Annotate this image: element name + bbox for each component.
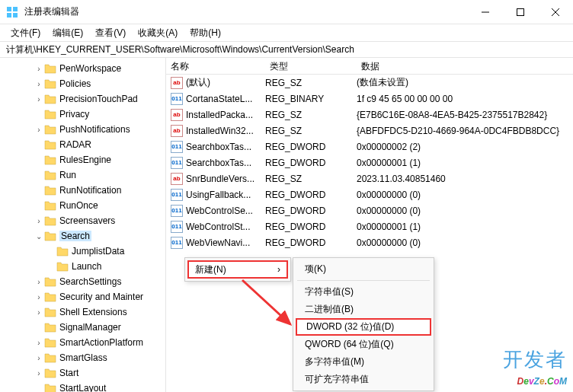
binary-value-icon: 011 (171, 189, 183, 201)
address-bar[interactable]: 计算机\HKEY_CURRENT_USER\Software\Microsoft… (0, 41, 573, 58)
chevron-right-icon[interactable]: › (34, 65, 44, 73)
tree-item[interactable]: ›RunNotification (0, 183, 165, 198)
value-type: REG_SZ (265, 78, 357, 88)
menu-file[interactable]: 文件(F) (5, 24, 46, 42)
context-menu-new-label: 新建(N) (195, 263, 226, 276)
chevron-right-icon[interactable]: › (34, 339, 44, 347)
tree-item[interactable]: ›RADAR (0, 137, 165, 152)
menu-help[interactable]: 帮助(H) (184, 24, 227, 42)
value-type: REG_DWORD (265, 190, 357, 200)
tree-item[interactable]: ›Privacy (0, 107, 165, 122)
chevron-right-icon[interactable]: › (34, 217, 44, 225)
folder-icon (44, 63, 56, 74)
tree-item[interactable]: ⌄Search (0, 228, 165, 244)
list-row[interactable]: 011UsingFallback...REG_DWORD0x00000000 (… (166, 186, 573, 202)
list-row[interactable]: abInstalledWin32...REG_SZ{ABFDFDC5-D210-… (166, 123, 573, 139)
column-data-header[interactable]: 数据 (357, 58, 573, 74)
tree-item[interactable]: ›Shell Extensions (0, 304, 165, 320)
tree-item[interactable]: ›SmartGlass (0, 350, 165, 365)
maximize-button[interactable] (503, 0, 538, 24)
tree-item[interactable]: ›SearchSettings (0, 274, 165, 289)
tree-item[interactable]: ›PrecisionTouchPad (0, 91, 165, 107)
svg-rect-0 (7, 7, 11, 11)
submenu-binary[interactable]: 二进制值(B) (296, 301, 431, 318)
watermark: 开发者 DevZe.CoM (503, 349, 567, 387)
tree-item-label: Policies (59, 78, 91, 89)
folder-icon (44, 322, 56, 333)
column-name-header[interactable]: 名称 (166, 58, 265, 74)
list-row[interactable]: 011CortanaStateL...REG_BINARY1f c9 45 65… (166, 91, 573, 107)
tree-item[interactable]: ›Run (0, 167, 165, 183)
list-row[interactable]: abInstalledPacka...REG_SZ{E7B6C16E-08A8-… (166, 107, 573, 123)
tree-item[interactable]: ›PenWorkspace (0, 61, 165, 76)
value-name: CortanaStateL... (186, 94, 265, 104)
chevron-right-icon[interactable]: › (34, 95, 44, 104)
string-value-icon: ab (171, 109, 183, 121)
submenu-string[interactable]: 字符串值(S) (296, 283, 431, 301)
list-row[interactable]: 011WebControlSe...REG_DWORD0x00000000 (0… (166, 202, 573, 218)
tree-item[interactable]: ›Security and Mainter (0, 289, 165, 304)
chevron-right-icon[interactable]: › (34, 80, 44, 88)
list-row[interactable]: abSnrBundleVers...REG_SZ2023.11.03.40851… (166, 171, 573, 186)
svg-rect-1 (13, 7, 18, 11)
minimize-button[interactable] (468, 0, 503, 24)
column-type-header[interactable]: 类型 (265, 58, 357, 74)
value-name: (默认) (186, 76, 265, 89)
folder-icon (56, 246, 69, 257)
chevron-right-icon[interactable]: › (34, 278, 44, 286)
list-body[interactable]: ab(默认)REG_SZ(数值未设置)011CortanaStateL...RE… (166, 75, 573, 250)
value-type: REG_DWORD (265, 206, 357, 216)
value-data: {ABFDFDC5-D210-4669-964A-0DC4FBDB8DCC} (357, 126, 573, 136)
list-row[interactable]: 011WebControlSt...REG_DWORD0x00000001 (1… (166, 218, 573, 234)
submenu-expandstring[interactable]: 可扩充字符串值 (296, 371, 431, 388)
chevron-down-icon[interactable]: ⌄ (34, 232, 44, 241)
list-row[interactable]: ab(默认)REG_SZ(数值未设置) (166, 75, 573, 91)
chevron-right-icon[interactable]: › (34, 308, 44, 317)
list-row[interactable]: 011SearchboxTas...REG_DWORD0x00000002 (2… (166, 139, 573, 155)
value-data: 0x00000002 (2) (357, 142, 573, 152)
tree-item[interactable]: ›RunOnce (0, 198, 165, 213)
tree-item[interactable]: ›RulesEngine (0, 152, 165, 167)
value-data: 0x00000001 (1) (357, 158, 573, 168)
tree-item[interactable]: ›Launch (0, 259, 165, 274)
tree-item[interactable]: ›Policies (0, 76, 165, 91)
tree-item[interactable]: ›SmartActionPlatform (0, 335, 165, 350)
value-name: WebControlSt... (186, 221, 265, 232)
tree-item-label: Start (59, 368, 78, 378)
submenu-key[interactable]: 项(K) (296, 260, 431, 278)
tree-item[interactable]: ›PushNotifications (0, 122, 165, 137)
list-row[interactable]: 011WebViewNavi...REG_DWORD0x00000000 (0) (166, 234, 573, 250)
tree-item-label: SearchSettings (59, 276, 121, 287)
folder-icon (44, 109, 56, 120)
tree-item[interactable]: ›Screensavers (0, 213, 165, 228)
close-button[interactable] (538, 0, 573, 24)
submenu-separator (297, 280, 430, 281)
tree-item[interactable]: ›Start (0, 365, 165, 381)
tree-item-label: RulesEngine (59, 155, 111, 165)
tree-item[interactable]: ›StartLayout (0, 381, 165, 392)
submenu-multistring[interactable]: 多字符串值(M) (296, 353, 431, 371)
folder-icon (44, 383, 56, 392)
list-row[interactable]: 011SearchboxTas...REG_DWORD0x00000001 (1… (166, 155, 573, 171)
chevron-right-icon[interactable]: › (34, 369, 44, 378)
context-menu-new[interactable]: 新建(N) › (187, 260, 288, 279)
chevron-right-icon[interactable]: › (34, 293, 44, 301)
tree-item[interactable]: ›JumplistData (0, 244, 165, 259)
chevron-right-icon[interactable]: › (34, 354, 44, 362)
chevron-right-icon[interactable]: › (34, 126, 44, 134)
tree-item-label: Search (59, 231, 91, 241)
submenu-qword[interactable]: QWORD (64 位)值(Q) (296, 336, 431, 353)
folder-icon (44, 292, 56, 302)
submenu-dword[interactable]: DWORD (32 位)值(D) (296, 318, 431, 336)
binary-value-icon: 011 (171, 141, 183, 153)
value-name: SearchboxTas... (186, 158, 265, 168)
menu-edit[interactable]: 编辑(E) (46, 24, 89, 42)
folder-icon (44, 185, 56, 196)
registry-tree[interactable]: ›PenWorkspace›Policies›PrecisionTouchPad… (0, 58, 166, 392)
value-name: SearchboxTas... (186, 142, 265, 152)
menu-view[interactable]: 查看(V) (89, 24, 132, 42)
folder-icon (44, 124, 56, 135)
tree-item[interactable]: ›SignalManager (0, 320, 165, 335)
folder-icon (44, 94, 56, 104)
menu-favorites[interactable]: 收藏夹(A) (132, 24, 184, 42)
